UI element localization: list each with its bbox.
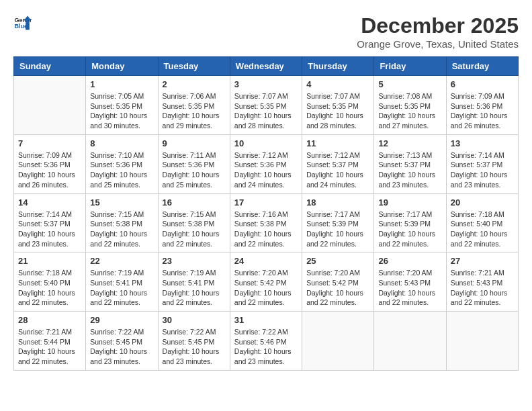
day-number: 28 [18,315,81,325]
calendar-day-cell: 16Sunrise: 7:15 AM Sunset: 5:38 PM Dayli… [158,193,230,253]
calendar-day-cell: 1Sunrise: 7:05 AM Sunset: 5:35 PM Daylig… [86,76,158,135]
day-details: Sunrise: 7:12 AM Sunset: 5:37 PM Dayligh… [306,150,369,190]
day-details: Sunrise: 7:05 AM Sunset: 5:35 PM Dayligh… [90,91,153,131]
calendar-day-cell [302,312,374,371]
day-details: Sunrise: 7:18 AM Sunset: 5:40 PM Dayligh… [18,268,81,308]
col-friday: Friday [374,57,446,76]
day-number: 22 [90,256,153,266]
calendar-day-cell: 31Sunrise: 7:22 AM Sunset: 5:46 PM Dayli… [230,312,302,371]
calendar-day-cell: 30Sunrise: 7:22 AM Sunset: 5:45 PM Dayli… [158,312,230,371]
day-number: 20 [451,197,514,208]
day-details: Sunrise: 7:20 AM Sunset: 5:43 PM Dayligh… [378,268,441,308]
calendar-day-cell: 23Sunrise: 7:19 AM Sunset: 5:41 PM Dayli… [158,253,230,312]
day-number: 24 [234,256,298,266]
day-number: 2 [163,79,226,89]
calendar-table: Sunday Monday Tuesday Wednesday Thursday… [13,56,519,371]
day-details: Sunrise: 7:09 AM Sunset: 5:36 PM Dayligh… [18,150,81,190]
calendar-day-cell: 11Sunrise: 7:12 AM Sunset: 5:37 PM Dayli… [302,134,374,193]
calendar-day-cell: 24Sunrise: 7:20 AM Sunset: 5:42 PM Dayli… [230,253,302,312]
day-details: Sunrise: 7:13 AM Sunset: 5:37 PM Dayligh… [378,150,441,190]
day-details: Sunrise: 7:17 AM Sunset: 5:39 PM Dayligh… [378,210,441,249]
day-details: Sunrise: 7:21 AM Sunset: 5:43 PM Dayligh… [451,268,514,308]
calendar-day-cell: 10Sunrise: 7:12 AM Sunset: 5:36 PM Dayli… [230,134,302,193]
logo: General Blue [13,13,32,32]
day-details: Sunrise: 7:21 AM Sunset: 5:44 PM Dayligh… [18,327,81,367]
calendar-day-cell: 21Sunrise: 7:18 AM Sunset: 5:40 PM Dayli… [14,253,86,312]
col-saturday: Saturday [446,57,518,76]
page-header: General Blue December 2025 Orange Grove,… [13,13,519,50]
calendar-week-row: 1Sunrise: 7:05 AM Sunset: 5:35 PM Daylig… [14,76,519,135]
calendar-week-row: 14Sunrise: 7:14 AM Sunset: 5:37 PM Dayli… [14,193,519,253]
day-number: 5 [378,79,441,89]
calendar-day-cell: 22Sunrise: 7:19 AM Sunset: 5:41 PM Dayli… [86,253,158,312]
day-number: 23 [163,256,226,266]
calendar-day-cell: 3Sunrise: 7:07 AM Sunset: 5:35 PM Daylig… [230,76,302,135]
day-details: Sunrise: 7:14 AM Sunset: 5:37 PM Dayligh… [451,150,514,190]
day-number: 15 [90,197,153,208]
day-details: Sunrise: 7:19 AM Sunset: 5:41 PM Dayligh… [163,268,226,308]
day-number: 7 [18,138,81,148]
day-details: Sunrise: 7:14 AM Sunset: 5:37 PM Dayligh… [18,210,81,249]
day-number: 29 [90,315,153,325]
calendar-day-cell: 12Sunrise: 7:13 AM Sunset: 5:37 PM Dayli… [374,134,446,193]
col-wednesday: Wednesday [230,57,302,76]
day-number: 6 [451,79,514,89]
day-details: Sunrise: 7:09 AM Sunset: 5:36 PM Dayligh… [451,91,514,131]
day-number: 21 [18,256,81,266]
day-number: 12 [378,138,441,148]
logo-icon: General Blue [13,13,32,32]
day-details: Sunrise: 7:07 AM Sunset: 5:35 PM Dayligh… [306,91,369,131]
day-number: 8 [90,138,153,148]
day-details: Sunrise: 7:15 AM Sunset: 5:38 PM Dayligh… [163,210,226,249]
day-number: 11 [306,138,369,148]
calendar-day-cell: 9Sunrise: 7:11 AM Sunset: 5:36 PM Daylig… [158,134,230,193]
calendar-week-row: 21Sunrise: 7:18 AM Sunset: 5:40 PM Dayli… [14,253,519,312]
day-details: Sunrise: 7:12 AM Sunset: 5:36 PM Dayligh… [234,150,298,190]
day-number: 16 [163,197,226,208]
calendar-day-cell: 4Sunrise: 7:07 AM Sunset: 5:35 PM Daylig… [302,76,374,135]
day-details: Sunrise: 7:22 AM Sunset: 5:46 PM Dayligh… [234,327,298,367]
calendar-day-cell: 14Sunrise: 7:14 AM Sunset: 5:37 PM Dayli… [14,193,86,253]
calendar-header-row: Sunday Monday Tuesday Wednesday Thursday… [14,57,519,76]
day-details: Sunrise: 7:22 AM Sunset: 5:45 PM Dayligh… [163,327,226,367]
day-number: 9 [163,138,226,148]
calendar-day-cell: 17Sunrise: 7:16 AM Sunset: 5:38 PM Dayli… [230,193,302,253]
day-details: Sunrise: 7:18 AM Sunset: 5:40 PM Dayligh… [451,210,514,249]
calendar-day-cell: 7Sunrise: 7:09 AM Sunset: 5:36 PM Daylig… [14,134,86,193]
day-number: 17 [234,197,298,208]
calendar-week-row: 7Sunrise: 7:09 AM Sunset: 5:36 PM Daylig… [14,134,519,193]
calendar-day-cell: 29Sunrise: 7:22 AM Sunset: 5:45 PM Dayli… [86,312,158,371]
calendar-day-cell: 19Sunrise: 7:17 AM Sunset: 5:39 PM Dayli… [374,193,446,253]
day-details: Sunrise: 7:11 AM Sunset: 5:36 PM Dayligh… [163,150,226,190]
title-area: December 2025 Orange Grove, Texas, Unite… [357,13,519,50]
col-tuesday: Tuesday [158,57,230,76]
calendar-day-cell: 18Sunrise: 7:17 AM Sunset: 5:39 PM Dayli… [302,193,374,253]
calendar-day-cell: 26Sunrise: 7:20 AM Sunset: 5:43 PM Dayli… [374,253,446,312]
calendar-day-cell [14,76,86,135]
page-subtitle: Orange Grove, Texas, United States [357,38,519,50]
day-number: 13 [451,138,514,148]
day-number: 25 [306,256,369,266]
day-details: Sunrise: 7:08 AM Sunset: 5:35 PM Dayligh… [378,91,441,131]
calendar-day-cell: 5Sunrise: 7:08 AM Sunset: 5:35 PM Daylig… [374,76,446,135]
day-details: Sunrise: 7:17 AM Sunset: 5:39 PM Dayligh… [306,210,369,249]
page-title: December 2025 [357,13,519,38]
day-number: 26 [378,256,441,266]
svg-text:Blue: Blue [14,23,28,30]
day-details: Sunrise: 7:20 AM Sunset: 5:42 PM Dayligh… [306,268,369,308]
day-number: 30 [163,315,226,325]
calendar-day-cell: 25Sunrise: 7:20 AM Sunset: 5:42 PM Dayli… [302,253,374,312]
day-number: 18 [306,197,369,208]
calendar-day-cell: 27Sunrise: 7:21 AM Sunset: 5:43 PM Dayli… [446,253,518,312]
calendar-day-cell: 2Sunrise: 7:06 AM Sunset: 5:35 PM Daylig… [158,76,230,135]
day-details: Sunrise: 7:16 AM Sunset: 5:38 PM Dayligh… [234,210,298,249]
col-sunday: Sunday [14,57,86,76]
calendar-day-cell: 13Sunrise: 7:14 AM Sunset: 5:37 PM Dayli… [446,134,518,193]
day-details: Sunrise: 7:06 AM Sunset: 5:35 PM Dayligh… [163,91,226,131]
day-number: 4 [306,79,369,89]
day-details: Sunrise: 7:15 AM Sunset: 5:38 PM Dayligh… [90,210,153,249]
day-details: Sunrise: 7:07 AM Sunset: 5:35 PM Dayligh… [234,91,298,131]
day-details: Sunrise: 7:20 AM Sunset: 5:42 PM Dayligh… [234,268,298,308]
calendar-day-cell [446,312,518,371]
day-details: Sunrise: 7:10 AM Sunset: 5:36 PM Dayligh… [90,150,153,190]
